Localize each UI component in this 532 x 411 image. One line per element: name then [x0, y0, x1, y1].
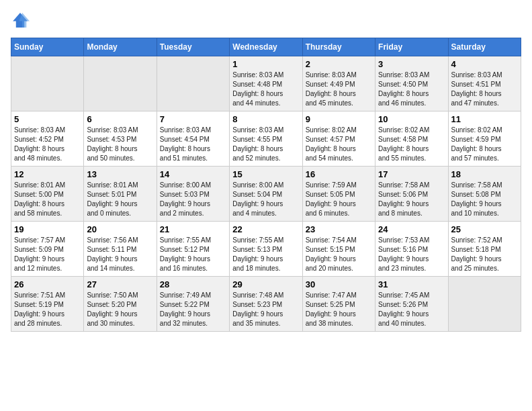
calendar-cell: 16Sunrise: 7:59 AM Sunset: 5:05 PM Dayli…	[302, 167, 375, 222]
weekday-header: Friday	[375, 38, 448, 56]
calendar-cell	[11, 56, 84, 111]
calendar-cell	[448, 277, 521, 332]
day-info: Sunrise: 7:45 AM Sunset: 5:26 PM Dayligh…	[378, 291, 445, 328]
day-info: Sunrise: 8:01 AM Sunset: 5:01 PM Dayligh…	[87, 181, 153, 218]
page-header	[11, 11, 521, 30]
calendar-cell: 22Sunrise: 7:55 AM Sunset: 5:13 PM Dayli…	[230, 222, 302, 277]
calendar-cell: 31Sunrise: 7:45 AM Sunset: 5:26 PM Dayli…	[375, 277, 448, 332]
day-info: Sunrise: 7:59 AM Sunset: 5:05 PM Dayligh…	[306, 181, 372, 218]
calendar-cell: 28Sunrise: 7:49 AM Sunset: 5:22 PM Dayli…	[157, 277, 229, 332]
calendar-week-row: 26Sunrise: 7:51 AM Sunset: 5:19 PM Dayli…	[11, 277, 521, 332]
calendar-cell: 18Sunrise: 7:58 AM Sunset: 5:08 PM Dayli…	[448, 167, 521, 222]
calendar-cell: 15Sunrise: 8:00 AM Sunset: 5:04 PM Dayli…	[230, 167, 302, 222]
day-info: Sunrise: 7:56 AM Sunset: 5:11 PM Dayligh…	[87, 236, 153, 273]
calendar-cell: 27Sunrise: 7:50 AM Sunset: 5:20 PM Dayli…	[84, 277, 157, 332]
day-info: Sunrise: 7:52 AM Sunset: 5:18 PM Dayligh…	[451, 236, 518, 273]
calendar-cell: 21Sunrise: 7:55 AM Sunset: 5:12 PM Dayli…	[157, 222, 229, 277]
day-number: 27	[87, 279, 153, 289]
calendar-cell: 10Sunrise: 8:02 AM Sunset: 4:58 PM Dayli…	[375, 111, 448, 167]
day-number: 17	[378, 169, 445, 179]
calendar-week-row: 12Sunrise: 8:01 AM Sunset: 5:00 PM Dayli…	[11, 167, 521, 222]
day-number: 14	[160, 169, 226, 179]
day-number: 10	[378, 114, 445, 124]
calendar-cell: 6Sunrise: 8:03 AM Sunset: 4:53 PM Daylig…	[84, 111, 157, 167]
calendar-header-row: SundayMondayTuesdayWednesdayThursdayFrid…	[11, 38, 521, 56]
day-number: 2	[306, 59, 372, 69]
weekday-header: Wednesday	[230, 38, 302, 56]
day-number: 23	[306, 224, 372, 234]
day-info: Sunrise: 7:49 AM Sunset: 5:22 PM Dayligh…	[160, 291, 226, 328]
day-info: Sunrise: 8:03 AM Sunset: 4:51 PM Dayligh…	[451, 71, 518, 108]
weekday-header: Sunday	[11, 38, 84, 56]
logo-icon	[11, 11, 30, 30]
day-info: Sunrise: 7:51 AM Sunset: 5:19 PM Dayligh…	[14, 291, 81, 328]
day-number: 31	[378, 279, 445, 289]
calendar-cell: 20Sunrise: 7:56 AM Sunset: 5:11 PM Dayli…	[84, 222, 157, 277]
day-info: Sunrise: 8:03 AM Sunset: 4:50 PM Dayligh…	[378, 71, 445, 108]
day-info: Sunrise: 8:03 AM Sunset: 4:48 PM Dayligh…	[232, 71, 299, 108]
logo	[11, 11, 32, 30]
day-info: Sunrise: 7:48 AM Sunset: 5:23 PM Dayligh…	[232, 291, 299, 328]
calendar-cell: 2Sunrise: 8:03 AM Sunset: 4:49 PM Daylig…	[302, 56, 375, 111]
calendar-cell: 1Sunrise: 8:03 AM Sunset: 4:48 PM Daylig…	[230, 56, 302, 111]
weekday-header: Thursday	[302, 38, 375, 56]
calendar-cell	[157, 56, 229, 111]
day-number: 26	[14, 279, 81, 289]
day-number: 7	[160, 114, 226, 124]
day-info: Sunrise: 7:47 AM Sunset: 5:25 PM Dayligh…	[306, 291, 372, 328]
calendar-cell: 12Sunrise: 8:01 AM Sunset: 5:00 PM Dayli…	[11, 167, 84, 222]
day-info: Sunrise: 7:55 AM Sunset: 5:12 PM Dayligh…	[160, 236, 226, 273]
day-number: 4	[451, 59, 518, 69]
day-number: 21	[160, 224, 226, 234]
day-info: Sunrise: 8:03 AM Sunset: 4:54 PM Dayligh…	[160, 126, 226, 163]
calendar-cell: 29Sunrise: 7:48 AM Sunset: 5:23 PM Dayli…	[230, 277, 302, 332]
day-number: 30	[306, 279, 372, 289]
day-number: 12	[14, 169, 81, 179]
day-info: Sunrise: 7:58 AM Sunset: 5:08 PM Dayligh…	[451, 181, 518, 218]
day-number: 22	[232, 224, 299, 234]
day-number: 13	[87, 169, 153, 179]
day-info: Sunrise: 8:03 AM Sunset: 4:49 PM Dayligh…	[306, 71, 372, 108]
calendar-cell: 30Sunrise: 7:47 AM Sunset: 5:25 PM Dayli…	[302, 277, 375, 332]
weekday-header: Saturday	[448, 38, 521, 56]
day-info: Sunrise: 7:50 AM Sunset: 5:20 PM Dayligh…	[87, 291, 153, 328]
day-number: 6	[87, 114, 153, 124]
calendar-cell: 7Sunrise: 8:03 AM Sunset: 4:54 PM Daylig…	[157, 111, 229, 167]
day-info: Sunrise: 8:03 AM Sunset: 4:55 PM Dayligh…	[232, 126, 299, 163]
calendar-week-row: 1Sunrise: 8:03 AM Sunset: 4:48 PM Daylig…	[11, 56, 521, 111]
day-number: 3	[378, 59, 445, 69]
calendar-week-row: 5Sunrise: 8:03 AM Sunset: 4:52 PM Daylig…	[11, 111, 521, 167]
calendar-cell: 25Sunrise: 7:52 AM Sunset: 5:18 PM Dayli…	[448, 222, 521, 277]
day-number: 25	[451, 224, 518, 234]
day-number: 19	[14, 224, 81, 234]
calendar-cell: 11Sunrise: 8:02 AM Sunset: 4:59 PM Dayli…	[448, 111, 521, 167]
day-info: Sunrise: 8:02 AM Sunset: 4:59 PM Dayligh…	[451, 126, 518, 163]
day-info: Sunrise: 8:02 AM Sunset: 4:57 PM Dayligh…	[306, 126, 372, 163]
day-number: 16	[306, 169, 372, 179]
day-info: Sunrise: 7:53 AM Sunset: 5:16 PM Dayligh…	[378, 236, 445, 273]
day-number: 11	[451, 114, 518, 124]
day-info: Sunrise: 7:55 AM Sunset: 5:13 PM Dayligh…	[232, 236, 299, 273]
calendar-cell: 5Sunrise: 8:03 AM Sunset: 4:52 PM Daylig…	[11, 111, 84, 167]
calendar-cell: 4Sunrise: 8:03 AM Sunset: 4:51 PM Daylig…	[448, 56, 521, 111]
calendar-cell: 19Sunrise: 7:57 AM Sunset: 5:09 PM Dayli…	[11, 222, 84, 277]
calendar-cell: 8Sunrise: 8:03 AM Sunset: 4:55 PM Daylig…	[230, 111, 302, 167]
day-number: 1	[232, 59, 299, 69]
calendar-cell: 3Sunrise: 8:03 AM Sunset: 4:50 PM Daylig…	[375, 56, 448, 111]
day-info: Sunrise: 8:00 AM Sunset: 5:03 PM Dayligh…	[160, 181, 226, 218]
calendar-cell: 9Sunrise: 8:02 AM Sunset: 4:57 PM Daylig…	[302, 111, 375, 167]
calendar: SundayMondayTuesdayWednesdayThursdayFrid…	[11, 38, 521, 332]
day-number: 5	[14, 114, 81, 124]
day-info: Sunrise: 8:03 AM Sunset: 4:53 PM Dayligh…	[87, 126, 153, 163]
day-number: 28	[160, 279, 226, 289]
day-number: 20	[87, 224, 153, 234]
calendar-cell: 14Sunrise: 8:00 AM Sunset: 5:03 PM Dayli…	[157, 167, 229, 222]
day-number: 9	[306, 114, 372, 124]
day-number: 8	[232, 114, 299, 124]
day-info: Sunrise: 8:03 AM Sunset: 4:52 PM Dayligh…	[14, 126, 81, 163]
calendar-cell: 26Sunrise: 7:51 AM Sunset: 5:19 PM Dayli…	[11, 277, 84, 332]
calendar-cell: 17Sunrise: 7:58 AM Sunset: 5:06 PM Dayli…	[375, 167, 448, 222]
day-info: Sunrise: 8:02 AM Sunset: 4:58 PM Dayligh…	[378, 126, 445, 163]
day-number: 18	[451, 169, 518, 179]
day-info: Sunrise: 8:01 AM Sunset: 5:00 PM Dayligh…	[14, 181, 81, 218]
